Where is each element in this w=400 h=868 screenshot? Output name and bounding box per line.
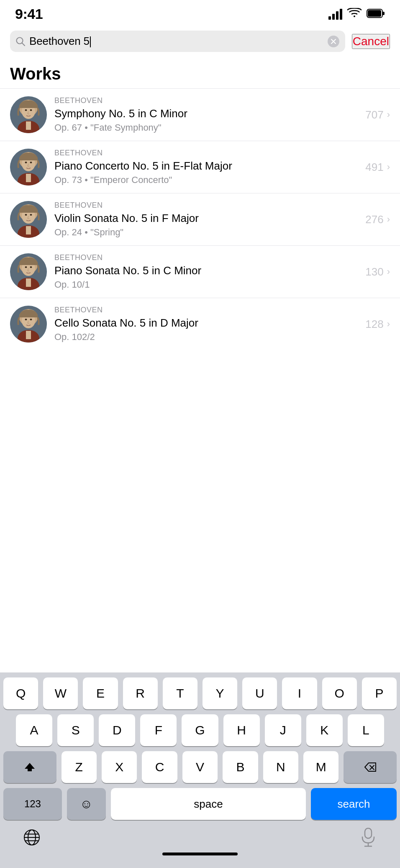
status-icons — [328, 8, 385, 21]
keyboard-row-1: Q W E R T Y U I O P — [3, 677, 397, 709]
work-item[interactable]: BEETHOVEN Piano Sonata No. 5 in C Minor … — [0, 246, 400, 298]
work-title: Cello Sonata No. 5 in D Major — [54, 316, 358, 330]
svg-rect-34 — [26, 278, 31, 287]
key-o[interactable]: O — [322, 677, 357, 709]
key-d[interactable]: D — [99, 714, 135, 746]
wifi-icon — [347, 8, 362, 21]
svg-point-11 — [30, 109, 32, 111]
space-key[interactable]: space — [111, 788, 306, 820]
svg-point-32 — [30, 266, 32, 268]
work-count-area: 128 › — [365, 318, 390, 331]
work-count-area: 130 › — [365, 265, 390, 278]
key-y[interactable]: Y — [203, 677, 237, 709]
key-a[interactable]: A — [16, 714, 52, 746]
keyboard: Q W E R T Y U I O P A S D F G H J K L Z … — [0, 672, 400, 868]
key-c[interactable]: C — [142, 751, 177, 783]
emoji-key[interactable]: ☺ — [67, 788, 106, 820]
search-key[interactable]: search — [311, 788, 397, 820]
work-subtitle: Op. 10/1 — [54, 279, 358, 290]
microphone-key[interactable] — [351, 826, 385, 849]
keyboard-row-bottom: 123 ☺ space search — [3, 788, 397, 820]
work-info: BEETHOVEN Symphony No. 5 in C Minor Op. … — [54, 96, 358, 133]
svg-rect-27 — [26, 226, 31, 234]
number-key[interactable]: 123 — [3, 788, 62, 820]
status-bar: 9:41 — [0, 0, 400, 26]
key-r[interactable]: R — [123, 677, 158, 709]
work-item[interactable]: BEETHOVEN Piano Concerto No. 5 in E-Flat… — [0, 141, 400, 193]
key-b[interactable]: B — [223, 751, 258, 783]
key-s[interactable]: S — [57, 714, 94, 746]
key-j[interactable]: J — [265, 714, 301, 746]
avatar — [10, 96, 47, 133]
svg-point-38 — [25, 319, 27, 320]
key-g[interactable]: G — [182, 714, 218, 746]
key-x[interactable]: X — [102, 751, 137, 783]
svg-rect-41 — [26, 331, 31, 339]
keyboard-row-2: A S D F G H J K L — [3, 714, 397, 746]
work-item[interactable]: BEETHOVEN Cello Sonata No. 5 in D Major … — [0, 298, 400, 350]
key-n[interactable]: N — [263, 751, 298, 783]
composer-label: BEETHOVEN — [54, 253, 358, 262]
work-subtitle: Op. 67 • "Fate Symphony" — [54, 122, 358, 133]
chevron-right-icon: › — [387, 162, 390, 173]
key-i[interactable]: I — [282, 677, 317, 709]
key-u[interactable]: U — [242, 677, 277, 709]
work-info: BEETHOVEN Piano Sonata No. 5 in C Minor … — [54, 253, 358, 290]
avatar — [10, 201, 47, 238]
key-h[interactable]: H — [223, 714, 260, 746]
cancel-button[interactable]: Cancel — [352, 34, 390, 49]
text-cursor — [90, 36, 91, 47]
svg-rect-2 — [368, 10, 381, 17]
search-input[interactable]: Beethoven 5 — [29, 35, 323, 48]
work-count: 707 — [365, 108, 383, 121]
keyboard-globe-mic-row — [0, 822, 400, 849]
composer-label: BEETHOVEN — [54, 306, 358, 314]
avatar — [10, 306, 47, 343]
keyboard-row-3: Z X C V B N M — [3, 751, 397, 783]
work-count: 128 — [365, 318, 383, 331]
avatar — [10, 253, 47, 290]
home-indicator — [162, 853, 238, 855]
chevron-right-icon: › — [387, 319, 390, 330]
chevron-right-icon: › — [387, 266, 390, 277]
key-e[interactable]: E — [83, 677, 118, 709]
shift-key[interactable] — [3, 751, 56, 783]
work-title: Violin Sonata No. 5 in F Major — [54, 211, 358, 225]
key-m[interactable]: M — [303, 751, 338, 783]
work-item[interactable]: BEETHOVEN Violin Sonata No. 5 in F Major… — [0, 193, 400, 246]
avatar — [10, 149, 47, 185]
key-l[interactable]: L — [348, 714, 384, 746]
key-p[interactable]: P — [362, 677, 397, 709]
svg-rect-1 — [382, 12, 385, 15]
work-subtitle: Op. 73 • "Emperor Concerto" — [54, 175, 358, 185]
delete-key[interactable] — [344, 751, 397, 783]
key-t[interactable]: T — [163, 677, 197, 709]
key-f[interactable]: F — [140, 714, 177, 746]
key-v[interactable]: V — [182, 751, 218, 783]
svg-rect-13 — [26, 121, 31, 130]
key-w[interactable]: W — [43, 677, 78, 709]
works-heading: Works — [0, 56, 400, 88]
key-q[interactable]: Q — [3, 677, 38, 709]
work-subtitle: Op. 24 • "Spring" — [54, 227, 358, 238]
works-list: BEETHOVEN Symphony No. 5 in C Minor Op. … — [0, 88, 400, 350]
svg-line-4 — [22, 43, 25, 46]
composer-label: BEETHOVEN — [54, 201, 358, 210]
search-bar[interactable]: Beethoven 5 — [10, 31, 345, 52]
work-title: Piano Sonata No. 5 in C Minor — [54, 264, 358, 278]
signal-icon — [328, 9, 342, 20]
svg-point-25 — [30, 214, 32, 216]
work-subtitle: Op. 102/2 — [54, 332, 358, 343]
work-count-area: 276 › — [365, 213, 390, 226]
clear-button[interactable] — [328, 36, 339, 47]
key-z[interactable]: Z — [62, 751, 97, 783]
globe-key[interactable] — [15, 826, 49, 849]
key-k[interactable]: K — [306, 714, 343, 746]
work-info: BEETHOVEN Violin Sonata No. 5 in F Major… — [54, 201, 358, 238]
svg-point-18 — [30, 162, 32, 163]
work-title: Piano Concerto No. 5 in E-Flat Major — [54, 159, 358, 173]
composer-label: BEETHOVEN — [54, 149, 358, 157]
work-title: Symphony No. 5 in C Minor — [54, 107, 358, 121]
work-count-area: 707 › — [365, 108, 390, 121]
work-item[interactable]: BEETHOVEN Symphony No. 5 in C Minor Op. … — [0, 88, 400, 141]
